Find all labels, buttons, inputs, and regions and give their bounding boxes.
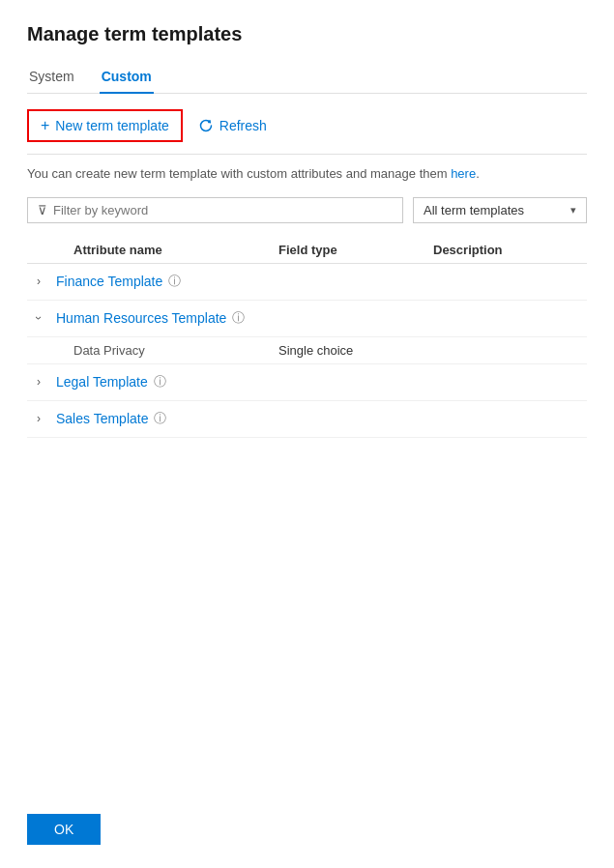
info-text: You can create new term template with cu…	[27, 164, 587, 184]
refresh-button[interactable]: Refresh	[198, 118, 267, 133]
info-icon-finance[interactable]: ⓘ	[168, 273, 181, 290]
chevron-down-icon: ▾	[570, 204, 576, 217]
info-icon-hr[interactable]: ⓘ	[232, 309, 245, 327]
hr-template-link[interactable]: Human Resources Template	[56, 310, 226, 326]
all-templates-dropdown[interactable]: All term templates ▾	[413, 197, 587, 223]
header-description: Description	[433, 243, 587, 257]
page-title: Manage term templates	[27, 23, 587, 45]
filter-input-wrap[interactable]: ⊽	[27, 197, 403, 223]
toolbar: + New term template Refresh	[27, 109, 587, 142]
info-link[interactable]: here	[451, 166, 476, 181]
dropdown-label: All term templates	[424, 203, 524, 217]
table-row: › Finance Template ⓘ	[27, 264, 587, 301]
table-header: Attribute name Field type Description	[27, 237, 587, 264]
filter-row: ⊽ All term templates ▾	[27, 197, 587, 223]
info-icon-legal[interactable]: ⓘ	[154, 373, 166, 391]
new-template-label: New term template	[55, 118, 168, 133]
ok-button[interactable]: OK	[27, 814, 101, 845]
expand-finance-button[interactable]: ›	[27, 275, 50, 288]
row-attr-hr: › Human Resources Template ⓘ	[27, 309, 278, 327]
row-attr-sales: › Sales Template ⓘ	[27, 410, 278, 427]
new-term-template-button[interactable]: + New term template	[27, 109, 183, 142]
collapse-hr-button[interactable]: ›	[32, 306, 45, 330]
sub-row-attr-data-privacy: Data Privacy	[27, 343, 278, 358]
tab-bar: System Custom	[27, 61, 587, 94]
footer: OK	[27, 814, 101, 845]
sub-row-data-privacy: Data Privacy Single choice	[27, 337, 587, 364]
legal-template-link[interactable]: Legal Template	[56, 374, 148, 390]
header-attribute-name: Attribute name	[27, 243, 278, 257]
table-row: › Human Resources Template ⓘ	[27, 301, 587, 337]
tab-system[interactable]: System	[27, 61, 76, 94]
filter-input[interactable]	[53, 203, 393, 217]
header-field-type: Field type	[278, 243, 433, 257]
info-icon-sales[interactable]: ⓘ	[154, 410, 166, 427]
refresh-label: Refresh	[219, 118, 267, 133]
finance-template-link[interactable]: Finance Template	[56, 274, 162, 289]
table-row: › Legal Template ⓘ	[27, 364, 587, 401]
sales-template-link[interactable]: Sales Template	[56, 411, 148, 426]
table-row: › Sales Template ⓘ	[27, 401, 587, 438]
sub-row-field-data-privacy: Single choice	[278, 343, 433, 358]
expand-legal-button[interactable]: ›	[27, 375, 50, 389]
plus-icon: +	[41, 117, 49, 134]
tab-custom[interactable]: Custom	[100, 61, 154, 94]
refresh-icon	[198, 118, 214, 133]
expand-sales-button[interactable]: ›	[27, 412, 50, 425]
filter-icon: ⊽	[38, 203, 47, 217]
row-attr-finance: › Finance Template ⓘ	[27, 273, 278, 290]
row-attr-legal: › Legal Template ⓘ	[27, 373, 278, 391]
